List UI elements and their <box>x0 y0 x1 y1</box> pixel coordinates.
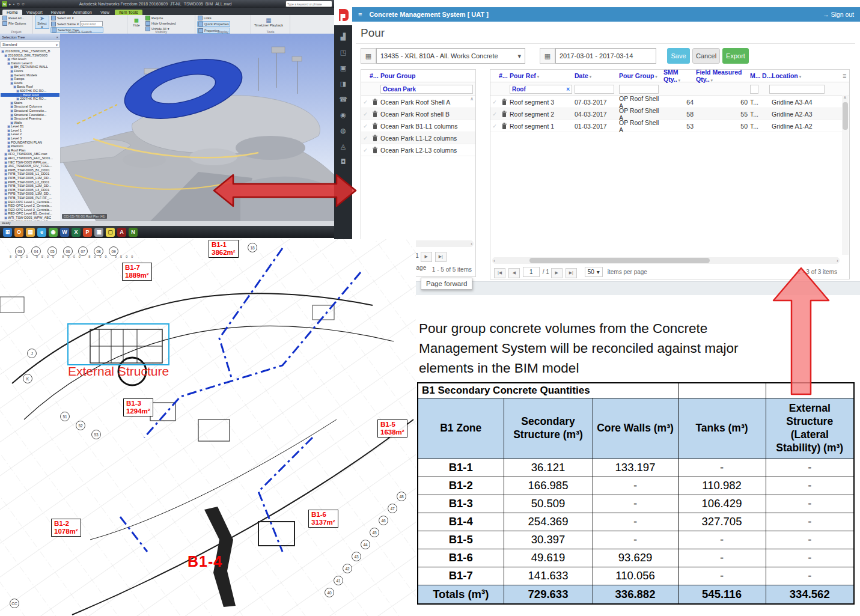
chart-icon[interactable]: ▟ <box>341 34 346 40</box>
pour-row[interactable]: ✓Roof segment 204-03-2017OP Roof Shell A… <box>490 108 849 120</box>
column-menu-icon[interactable]: ≡ <box>840 72 849 79</box>
next-page-button[interactable]: ▶ <box>421 252 432 262</box>
tree-item[interactable]: ▣JAC_TSWD005_CIV_TCGL... <box>1 164 59 168</box>
row-check-icon[interactable]: ✓ <box>361 99 370 105</box>
users-icon[interactable]: ◍ <box>340 127 346 134</box>
reset-all-button[interactable]: Reset All... <box>2 16 26 20</box>
navisworks-search-input[interactable] <box>285 1 332 7</box>
tree-item[interactable]: ▣Roof Plan <box>1 148 59 153</box>
tree-item[interactable]: ▣20160616_BIM_TSWD005 <box>1 53 59 58</box>
scroll-left-icon[interactable]: ‹ <box>492 258 496 264</box>
tree-item[interactable]: ▣Structural Foundatio... <box>1 113 59 117</box>
ribbon-tab-view[interactable]: View <box>96 10 114 15</box>
pour-group-row[interactable]: ✓Ocean Park Roof Shell A <box>361 96 475 108</box>
tree-item[interactable]: ▣Datum Level 0 <box>1 61 59 66</box>
tree-item[interactable]: ▣Level B1 <box>1 124 59 129</box>
tree-item[interactable]: ▣PIPB_TSW-D005_L2_DD01 <box>1 180 59 184</box>
file-options-button[interactable]: File Options <box>2 21 26 26</box>
col-hash[interactable]: #... <box>370 72 380 79</box>
sticky-notes-icon[interactable]: ▢ <box>106 228 115 237</box>
hide-button[interactable]: ◼ Hide <box>129 16 144 29</box>
tree-item[interactable]: ▣Basic Roof <box>1 93 59 97</box>
tree-item[interactable]: ▣PIPB_TSW-D005_L1M_DD... <box>1 176 59 180</box>
location-filter-input[interactable] <box>769 85 825 94</box>
col-pour-group[interactable]: Pour Group <box>380 72 475 79</box>
tree-item[interactable]: ▣Platform <box>1 144 59 148</box>
date-range-input[interactable]: 2017-03-01 - 2017-03-14 <box>555 48 656 64</box>
tree-item[interactable]: ▣500THK RC RO... <box>1 89 59 93</box>
tree-item[interactable]: ▣200THK RC RO... <box>1 97 59 101</box>
tree-item[interactable]: ▣PIPB_TSW-D005_L3_DD01 <box>1 188 59 192</box>
tree-item[interactable]: ▣PIPB_TSW-D005_PLF-RF_... <box>1 196 59 200</box>
truck-icon[interactable]: ◨ <box>340 81 346 87</box>
tree-item[interactable]: ▣RED-OPC Level 1_Centrala... <box>1 200 59 204</box>
links-button[interactable]: Links <box>197 16 230 20</box>
internet-explorer-icon[interactable]: e <box>37 228 46 237</box>
pour-row[interactable]: ✓Roof segment 101-03-2017OP Roof Shell A… <box>490 120 849 132</box>
trash-icon[interactable] <box>372 99 378 106</box>
tree-item[interactable]: ▣PIPB_TSW-D005_B1_DD01 <box>1 168 59 172</box>
trash-icon[interactable] <box>501 111 507 118</box>
tree-mode-select[interactable]: Standard▾ <box>1 41 59 48</box>
phone-icon[interactable]: ☎ <box>339 96 347 103</box>
col-pour-group[interactable]: Pour Group▾ <box>619 72 663 79</box>
date-filter-input[interactable] <box>575 85 614 94</box>
row-check-icon[interactable]: ✓ <box>361 111 370 117</box>
pour-group-row[interactable]: ✓Ocean Park Roof shell B <box>361 108 475 120</box>
quick-access-toolbar[interactable]: ▸ ▪ ⟲ ⟳ <box>9 2 25 6</box>
export-button[interactable]: Export <box>722 48 749 64</box>
tree-item[interactable]: ▣AFO_TSWD005_FAC_SD01... <box>1 156 59 160</box>
tree-item[interactable]: ▣Level 2 <box>1 132 59 136</box>
next-page-button[interactable]: ▶ <box>551 268 563 278</box>
user-icon[interactable]: ◉ <box>340 112 346 118</box>
tree-item[interactable]: ▣WTI_TSW-D005_WPW_ABC <box>1 216 59 220</box>
tree-item[interactable]: ▣20160609_JTAL_TSWD005_B <box>1 49 59 53</box>
row-check-icon[interactable]: ✓ <box>361 147 370 153</box>
save-button[interactable]: Save <box>667 48 690 64</box>
tree-item[interactable]: ▣Stairs <box>1 101 59 105</box>
scroll-right-icon[interactable]: › <box>469 241 474 247</box>
trash-icon[interactable] <box>372 111 378 118</box>
quick-find-input[interactable] <box>80 21 103 26</box>
file-explorer-icon[interactable]: ▤ <box>26 228 35 237</box>
pour-group-filter-input[interactable] <box>619 85 659 94</box>
tree-item[interactable]: ▣RED-OPC Level B1_Central... <box>1 212 59 216</box>
col-field-qty[interactable]: Field Measured Qty..▾ <box>696 69 750 83</box>
col-location[interactable]: Location▾ <box>772 72 829 79</box>
scroll-right-icon[interactable]: › <box>835 258 840 264</box>
hide-unselected-button[interactable]: Hide Unselected <box>145 21 176 26</box>
menu-icon[interactable]: ≡ <box>358 11 362 18</box>
select-button[interactable]: ➤ Select▾ <box>35 16 49 29</box>
tree-item[interactable]: ▣PIPB_TSW-D005_L1_DD01 <box>1 172 59 176</box>
first-page-button[interactable]: |◀ <box>494 268 505 278</box>
select-same-button[interactable]: Select Same▾ <box>50 21 103 26</box>
vehicle-icon[interactable]: ◘ <box>341 159 346 165</box>
tree-item[interactable]: ▣Basic Roof <box>1 85 59 89</box>
grid-view-icon[interactable]: ▦ <box>361 48 376 64</box>
tree-item[interactable]: ▣PIPB_TSW-D005_L2M_DD... <box>1 184 59 188</box>
cart-icon[interactable]: ▣ <box>340 65 346 72</box>
tree-item[interactable]: ▣Structural Framing <box>1 117 59 121</box>
m-filter-input[interactable] <box>750 85 758 94</box>
tree-item[interactable]: ▣<No level> <box>1 57 59 61</box>
tree-item[interactable]: ▣BH_RETAINING WALL <box>1 65 59 69</box>
row-check-icon[interactable]: ✓ <box>490 111 499 117</box>
model-icon[interactable]: ◳ <box>340 49 346 56</box>
pour-group-row[interactable]: ✓Ocean Park L1-L2 columns <box>361 132 475 144</box>
navisworks-titlebar[interactable]: N ▸ ▪ ⟲ ⟳ Autodesk Navisworks Freedom 20… <box>0 0 334 8</box>
trash-icon[interactable] <box>501 123 507 130</box>
row-check-icon[interactable]: ✓ <box>361 135 370 141</box>
col-m[interactable]: M... <box>750 72 762 79</box>
row-check-icon[interactable]: ✓ <box>490 123 499 129</box>
contract-select[interactable]: 13435 - XRL 810A - All. Works Concrete▾ <box>376 48 525 64</box>
powerpoint-icon[interactable]: P <box>83 228 92 237</box>
tree-item[interactable]: ▣Structural Columns <box>1 105 59 109</box>
pour-group-row[interactable]: ✓Ocean Park B1-L1 columns <box>361 120 475 132</box>
tree-item[interactable]: ▣HEC TSW-D005 WPFLow... <box>1 160 59 165</box>
right-grid-hscrollbar[interactable]: ‹ › <box>492 257 840 264</box>
photo-viewer-icon[interactable]: ▣ <box>94 228 103 237</box>
ribbon-tab-animation[interactable]: Animation <box>69 10 96 15</box>
col-d[interactable]: D... <box>762 72 772 79</box>
tree-item[interactable]: ▣RED-OPC Level 2_Centrala... <box>1 204 59 208</box>
tree-item[interactable]: ▣FOUNDATION PLAN <box>1 141 59 145</box>
